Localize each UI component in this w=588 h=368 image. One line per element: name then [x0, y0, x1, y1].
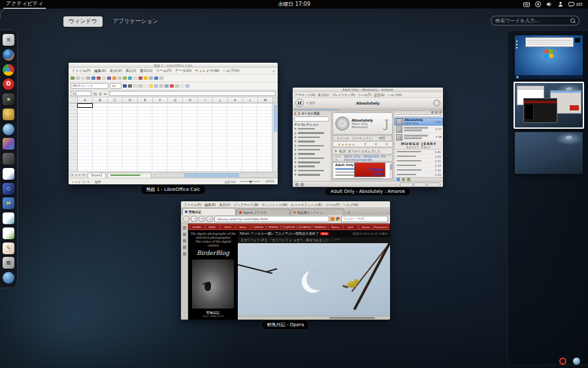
opera[interactable]: O	[3, 78, 14, 90]
libreoffice-writer[interactable]	[3, 168, 14, 180]
thunderbird[interactable]	[3, 272, 14, 284]
toolbar-icon	[118, 76, 122, 80]
user-menu[interactable]: ott	[568, 1, 583, 7]
formula-input	[109, 91, 276, 97]
opera-tray-icon[interactable]	[559, 358, 566, 365]
network-tool[interactable]: ⇄	[3, 197, 14, 209]
brand-link: Tokina	[328, 224, 343, 230]
keyboard-icon[interactable]	[523, 2, 530, 7]
album-art-cd	[335, 116, 350, 131]
accessibility-icon[interactable]	[535, 1, 541, 7]
firefox[interactable]	[3, 49, 14, 61]
terminal[interactable]: ▪	[3, 93, 14, 105]
workspace-thumbnail-2-active[interactable]	[514, 82, 584, 129]
workspace-thumbnail-1[interactable]	[515, 35, 583, 79]
calc-menubar: ファイル(F)編集(E)表示(V)挿入(I)書式(O)ツール(T)データ(D)ウ…	[69, 68, 278, 75]
column-header: C	[108, 97, 123, 103]
menu-item: 表示(V)	[318, 93, 329, 97]
playlist-toolbar	[395, 111, 443, 114]
gimp[interactable]	[3, 153, 14, 165]
browser-tab: Opera ブラウザ	[237, 209, 290, 215]
greenfinch-bird	[347, 281, 357, 288]
sum-icon: Σ	[99, 92, 102, 96]
window-caption-opera: 野鳥日記 - Opera	[261, 320, 310, 330]
calculator[interactable]: ▦	[3, 257, 14, 269]
column-header: F	[153, 97, 168, 103]
gnome-activities-overview: アクティビティ 水曜日 17:09 ott ウィンドウ アプリケーション 検索ワ…	[0, 0, 588, 368]
chat-bubble-icon	[568, 2, 574, 7]
top-bar: アクティビティ 水曜日 17:09 ott	[0, 0, 588, 8]
clock-button[interactable]: 水曜日 17:09	[278, 0, 310, 8]
select-all-corner	[69, 97, 78, 103]
brand-link: SLIK	[343, 224, 358, 230]
favicon	[239, 211, 242, 214]
reload-icon: ↻	[199, 216, 205, 222]
column-header: J	[213, 97, 228, 103]
sidebar-icon	[183, 226, 186, 229]
file-manager[interactable]	[3, 138, 14, 150]
opera-tab-bar: 野鳥日記Opera ブラウザ商品屋オンライン.. +	[181, 208, 390, 215]
overview-corner-decoration	[0, 8, 46, 18]
libreoffice-calc[interactable]	[3, 227, 14, 239]
desktop-icons	[516, 41, 517, 42]
column-header: G	[168, 97, 183, 103]
window-libreoffice-calc[interactable]: 無題 1 - LibreOffice Calc ファイル(F)編集(E)表示(V…	[69, 63, 278, 184]
menu-item: 編集(E)	[94, 69, 106, 73]
window-amarok[interactable]: Adult Only - Absolutely : Amarok アマロック(A…	[293, 88, 443, 187]
chrome[interactable]: ●	[3, 64, 14, 76]
brand-link: SIGMA	[189, 224, 204, 230]
bluetooth-icon[interactable]	[558, 1, 563, 7]
menu-item: 編集(E)	[204, 203, 216, 207]
favicon	[185, 210, 188, 213]
activities-button[interactable]: アクティビティ	[3, 0, 46, 8]
brand-link: Nikon	[236, 224, 251, 230]
search-input[interactable]: 検索ワードを入力...	[491, 16, 580, 25]
thunderbird-tray-icon[interactable]	[573, 358, 580, 365]
playlist-track: 2:52	[395, 168, 443, 173]
status-zoom: 100%	[265, 180, 274, 183]
calc-row-headers	[69, 103, 78, 171]
font-name-select: IPA Pゴシック	[71, 83, 108, 89]
toolbar-icon	[71, 76, 74, 80]
workspace-thumbnail-3[interactable]	[515, 132, 583, 174]
column-header: L	[243, 97, 258, 103]
system-status-area: ott	[523, 0, 583, 8]
toolbar-icon	[81, 76, 85, 80]
teapot[interactable]	[3, 109, 14, 120]
branch	[353, 243, 390, 310]
toolbar-icon	[91, 76, 95, 80]
collection-label: マイコレクション	[293, 122, 331, 127]
note-editor[interactable]: ✎	[3, 243, 14, 254]
amarok-media-sources-panel: ❮ ❯ ローカル音楽 マイコレクション	[293, 111, 331, 181]
overview-view-selector: ウィンドウ アプリケーション	[63, 16, 163, 27]
now-artist: Absolutely	[351, 125, 382, 129]
browser-tab: 野鳥日記	[182, 208, 236, 215]
toolbar-icon	[102, 76, 106, 80]
rating-row: ★★★★★ 000	[333, 142, 393, 147]
menu-item: ニュースフィード(E)	[291, 203, 322, 207]
playlist-row: 4:12	[395, 125, 443, 133]
globe-browser[interactable]	[3, 124, 14, 135]
tab-applications[interactable]: アプリケーション	[108, 16, 163, 27]
volume-icon[interactable]	[546, 1, 553, 7]
brand-link: Kenko	[359, 224, 374, 230]
calc-toolbar-standard	[69, 75, 278, 82]
current-track-applet: Absolutely Adult Only Absolutely J	[333, 112, 393, 135]
text-editor[interactable]: ≡	[3, 34, 14, 46]
window-opera[interactable]: ファイル(F)編集(E)表示(V)ブックマーク(B)ウィジェット(W)ニュースフ…	[181, 201, 390, 320]
opera-panel-toolbar	[181, 224, 188, 320]
wikipedia-applet-header: ◂ ▸ ↻ Adult Only - Wikipedia, the free e…	[333, 155, 393, 161]
toolbar-icon	[149, 84, 153, 88]
libreoffice-impress[interactable]	[3, 212, 14, 224]
track-info-column: アーティスト	[353, 136, 372, 141]
menu-item: ウィジェット(W)	[262, 203, 288, 207]
article-headline-row: Nikon デジタル一眼レフカメラの一部商品生産終了 NEW (更新日:2011…	[238, 230, 390, 237]
toolbar-icon	[154, 84, 158, 88]
tab-windows[interactable]: ウィンドウ	[63, 16, 103, 27]
font-size-select: 10	[110, 83, 122, 89]
toolbar-icon	[97, 76, 101, 80]
virtualbox[interactable]: ◇	[3, 183, 14, 195]
wiki-nav-icons: ◂ ▸ ↻	[335, 155, 342, 161]
toolbar-icon	[175, 84, 179, 88]
toolbar-icon	[139, 76, 142, 80]
